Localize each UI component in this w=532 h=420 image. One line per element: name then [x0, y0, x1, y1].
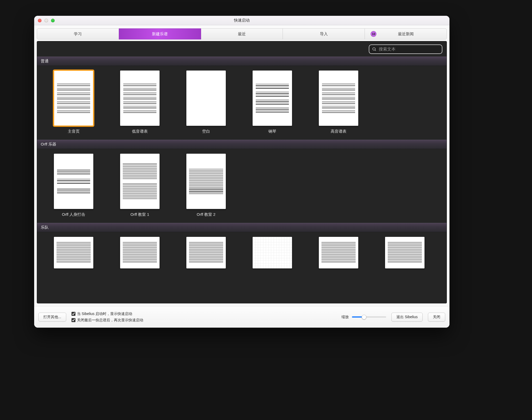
template-thumb: [253, 71, 292, 126]
launch-options: 当 Sibelius 启动时，显示快速启动 关闭最后一份总谱后，再次显示快速启动: [71, 312, 143, 323]
check-show-on-start[interactable]: 当 Sibelius 启动时，显示快速启动: [71, 312, 143, 316]
button-label: 打开其他...: [43, 315, 61, 319]
svg-point-0: [373, 48, 375, 50]
template-ensemble-4[interactable]: [242, 237, 303, 268]
zoom-label: 缩放: [341, 315, 349, 319]
template-label: 钢琴: [268, 129, 276, 134]
template-orff-classroom-1[interactable]: Orff 教室 1: [110, 154, 170, 217]
tab-learn[interactable]: 学习: [37, 28, 119, 39]
template-thumb: [54, 71, 93, 126]
template-label: 低音谱表: [132, 129, 148, 134]
template-ensemble-6[interactable]: [375, 237, 435, 268]
template-label: 高音谱表: [331, 129, 346, 134]
news-badge: 10: [371, 31, 376, 37]
quick-start-window: 快速启动 学习 新建乐谱 最近 导入 10 最近新闻: [34, 16, 449, 328]
window-title: 快速启动: [34, 18, 449, 23]
section-orff-grid: Orff 人身打击 Orff 教室 1: [37, 149, 447, 223]
template-label: 主音页: [68, 129, 80, 134]
template-thumb: [54, 154, 93, 209]
tab-label: 最近: [238, 32, 246, 37]
svg-line-1: [375, 50, 376, 51]
template-ensemble-1[interactable]: [43, 237, 104, 268]
template-thumb: [186, 154, 226, 209]
template-orff-body-percussion[interactable]: Orff 人身打击: [43, 154, 104, 217]
check-show-after-close[interactable]: 关闭最后一份总谱后，再次显示快速启动: [71, 318, 143, 323]
template-piano[interactable]: 钢琴: [242, 71, 303, 134]
checkbox-label: 当 Sibelius 启动时，显示快速启动: [77, 312, 132, 316]
template-thumb: [54, 237, 93, 268]
content-area: 普通 主音页: [37, 41, 447, 303]
section-common-grid: 主音页 低音谱表 空白: [37, 66, 447, 140]
template-ensemble-3[interactable]: [176, 237, 236, 268]
template-thumb: [120, 154, 160, 209]
zoom-slider[interactable]: [352, 314, 386, 320]
search-row: [37, 41, 447, 57]
close-button[interactable]: 关闭: [428, 313, 445, 322]
template-thumb: [319, 237, 358, 268]
template-label: Orff 人身打击: [62, 212, 85, 217]
section-header-orff: Orff 乐器: [37, 140, 447, 149]
open-other-button[interactable]: 打开其他...: [38, 313, 66, 322]
checkbox-label: 关闭最后一份总谱后，再次显示快速启动: [77, 318, 143, 323]
zoom-control: 缩放: [341, 314, 386, 320]
tabs: 学习 新建乐谱 最近 导入 10 最近新闻: [34, 25, 449, 39]
slider-track: [352, 316, 386, 318]
tab-label: 学习: [74, 32, 82, 37]
template-orff-classroom-2[interactable]: Orff 教室 2: [176, 154, 236, 217]
tab-news[interactable]: 10 最近新闻: [365, 28, 447, 39]
section-header-ensemble: 乐队: [37, 223, 447, 232]
template-label: 空白: [202, 129, 210, 134]
search-field[interactable]: [369, 44, 442, 54]
bottom-bar: 打开其他... 当 Sibelius 启动时，显示快速启动 关闭最后一份总谱后，…: [34, 306, 449, 328]
template-thumb: [120, 71, 160, 126]
tab-new-score[interactable]: 新建乐谱: [119, 28, 201, 39]
template-treble-staff[interactable]: 高音谱表: [308, 71, 369, 134]
template-thumb: [385, 237, 424, 268]
template-blank[interactable]: 空白: [176, 71, 236, 134]
tab-recent[interactable]: 最近: [201, 28, 283, 39]
template-ensemble-5[interactable]: [308, 237, 369, 268]
template-thumb: [186, 71, 226, 126]
template-ensemble-2[interactable]: [110, 237, 170, 268]
titlebar: 快速启动: [34, 16, 449, 25]
section-ensemble-grid: [37, 232, 447, 268]
template-thumb: [120, 237, 160, 268]
tab-label: 导入: [320, 32, 328, 37]
template-label: Orff 教室 2: [197, 212, 215, 217]
section-header-common: 普通: [37, 57, 447, 66]
template-label: Orff 教室 1: [130, 212, 149, 217]
button-label: 关闭: [433, 315, 440, 319]
checkbox-icon[interactable]: [71, 318, 75, 322]
tab-import[interactable]: 导入: [283, 28, 365, 39]
checkbox-icon[interactable]: [71, 312, 75, 316]
template-thumb: [253, 237, 292, 268]
button-label: 退出 Sibelius: [396, 315, 418, 319]
search-icon: [372, 47, 377, 52]
search-input[interactable]: [379, 47, 439, 52]
template-scroll[interactable]: 普通 主音页: [37, 57, 447, 303]
template-thumb: [186, 237, 226, 268]
template-thumb: [319, 71, 358, 126]
template-bass-staff[interactable]: 低音谱表: [110, 71, 170, 134]
tab-label: 最近新闻: [398, 32, 414, 37]
template-lead-sheet[interactable]: 主音页: [43, 71, 104, 134]
quit-button[interactable]: 退出 Sibelius: [391, 313, 423, 322]
slider-knob[interactable]: [362, 315, 366, 319]
tab-label: 新建乐谱: [152, 32, 168, 37]
